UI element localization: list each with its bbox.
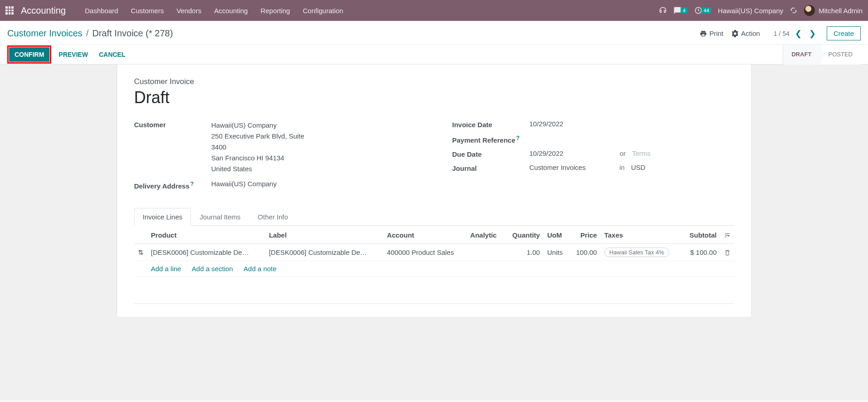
action-button[interactable]: Action — [731, 30, 760, 37]
currency-value[interactable]: USD — [631, 164, 646, 171]
control-panel: Customer Invoices / Draft Invoice (* 278… — [0, 21, 868, 65]
nav-configuration[interactable]: Configuration — [296, 7, 349, 15]
tab-other-info[interactable]: Other Info — [249, 208, 297, 225]
form-sheet: Customer Invoice Draft Customer Hawaii(U… — [117, 65, 752, 317]
cell-analytic[interactable] — [466, 244, 504, 261]
due-date-label: Due Date — [452, 149, 530, 158]
delete-row[interactable] — [721, 244, 734, 261]
tab-invoice-lines[interactable]: Invoice Lines — [134, 208, 191, 226]
col-label[interactable]: Label — [265, 227, 383, 244]
top-navbar: Accounting Dashboard Customers Vendors A… — [0, 0, 868, 21]
activities-badge: 44 — [701, 7, 711, 14]
col-price[interactable]: Price — [569, 227, 600, 244]
confirm-button[interactable]: CONFIRM — [9, 47, 49, 62]
breadcrumb-current: Draft Invoice (* 278) — [92, 28, 173, 39]
payment-ref-label: Payment Reference? — [452, 134, 530, 144]
cell-product[interactable]: [DESK0006] Customizable De… — [147, 244, 265, 261]
status-posted[interactable]: POSTED — [820, 45, 861, 65]
breadcrumb: Customer Invoices / Draft Invoice (* 278… — [7, 28, 173, 39]
tab-journal-items[interactable]: Journal Items — [191, 208, 249, 225]
pager-next[interactable]: ❯ — [807, 29, 818, 39]
add-section-link[interactable]: Add a section — [192, 265, 233, 273]
invoice-date-value[interactable]: 10/29/2022 — [530, 120, 734, 128]
create-button[interactable]: Create — [827, 26, 861, 40]
doc-type: Customer Invoice — [134, 77, 734, 86]
pager-prev[interactable]: ❮ — [793, 29, 804, 39]
pager: 1 / 54 ❮ ❯ — [774, 29, 818, 39]
col-uom[interactable]: UoM — [544, 227, 569, 244]
journal-value[interactable]: Customer Invoices in USD — [530, 164, 734, 171]
drag-handle-icon[interactable]: ⇅ — [134, 244, 147, 261]
user-name: Mitchell Admin — [819, 7, 863, 15]
due-date-value[interactable]: 10/29/2022 or Terms — [530, 149, 734, 157]
sliders-icon — [724, 232, 731, 238]
cell-subtotal: $ 100.00 — [682, 244, 720, 261]
print-icon — [700, 30, 707, 37]
company-switcher[interactable]: Hawaii(US) Company — [718, 7, 783, 15]
nav-accounting[interactable]: Accounting — [208, 7, 254, 15]
support-icon[interactable] — [659, 6, 667, 15]
cell-label[interactable]: [DESK0006] Customizable De… — [265, 244, 383, 261]
tabs: Invoice Lines Journal Items Other Info — [134, 208, 734, 226]
nav-dashboard[interactable]: Dashboard — [78, 7, 124, 15]
terms-placeholder[interactable]: Terms — [632, 149, 651, 157]
messages-icon[interactable]: 4 — [673, 6, 688, 15]
avatar — [804, 5, 815, 16]
status-draft[interactable]: DRAFT — [783, 45, 819, 65]
cancel-button[interactable]: CANCEL — [93, 47, 131, 62]
preview-button[interactable]: PREVIEW — [53, 47, 93, 62]
col-options[interactable] — [721, 227, 734, 244]
delivery-label: Delivery Address? — [134, 180, 211, 190]
col-subtotal[interactable]: Subtotal — [682, 227, 720, 244]
customer-label: Customer — [134, 120, 211, 129]
user-menu[interactable]: Mitchell Admin — [804, 5, 863, 16]
cell-uom[interactable]: Units — [544, 244, 569, 261]
add-note-link[interactable]: Add a note — [244, 265, 277, 273]
cell-price[interactable]: 100.00 — [569, 244, 600, 261]
col-taxes[interactable]: Taxes — [601, 227, 682, 244]
delivery-value[interactable]: Hawaii(US) Company — [211, 180, 416, 188]
col-account[interactable]: Account — [383, 227, 467, 244]
cell-taxes[interactable]: Hawaii Sales Tax 4% — [601, 244, 682, 261]
trash-icon — [724, 249, 731, 256]
nav-reporting[interactable]: Reporting — [254, 7, 296, 15]
col-product[interactable]: Product — [147, 227, 265, 244]
col-quantity[interactable]: Quantity — [505, 227, 544, 244]
invoice-date-label: Invoice Date — [452, 120, 530, 129]
customer-value[interactable]: Hawaii(US) Company 250 Executive Park Bl… — [211, 120, 416, 174]
invoice-lines-table: Product Label Account Analytic Quantity … — [134, 227, 734, 304]
highlight-annotation: CONFIRM — [7, 45, 51, 64]
app-brand[interactable]: Accounting — [21, 5, 66, 16]
cell-account[interactable]: 400000 Product Sales — [383, 244, 467, 261]
activities-icon[interactable]: 44 — [694, 6, 711, 15]
gear-icon — [731, 30, 739, 37]
add-line-link[interactable]: Add a line — [151, 265, 181, 273]
nav-customers[interactable]: Customers — [124, 7, 170, 15]
doc-title: Draft — [134, 88, 734, 107]
col-analytic[interactable]: Analytic — [466, 227, 504, 244]
nav-vendors[interactable]: Vendors — [170, 7, 208, 15]
print-button[interactable]: Print — [700, 30, 723, 37]
apps-icon[interactable] — [5, 6, 14, 15]
breadcrumb-parent[interactable]: Customer Invoices — [7, 28, 83, 39]
messages-badge: 4 — [681, 7, 688, 14]
debug-icon[interactable] — [790, 6, 798, 15]
journal-label: Journal — [452, 164, 530, 172]
table-row[interactable]: ⇅ [DESK0006] Customizable De… [DESK0006]… — [134, 244, 734, 261]
cell-quantity[interactable]: 1.00 — [505, 244, 544, 261]
pager-text[interactable]: 1 / 54 — [774, 30, 790, 37]
